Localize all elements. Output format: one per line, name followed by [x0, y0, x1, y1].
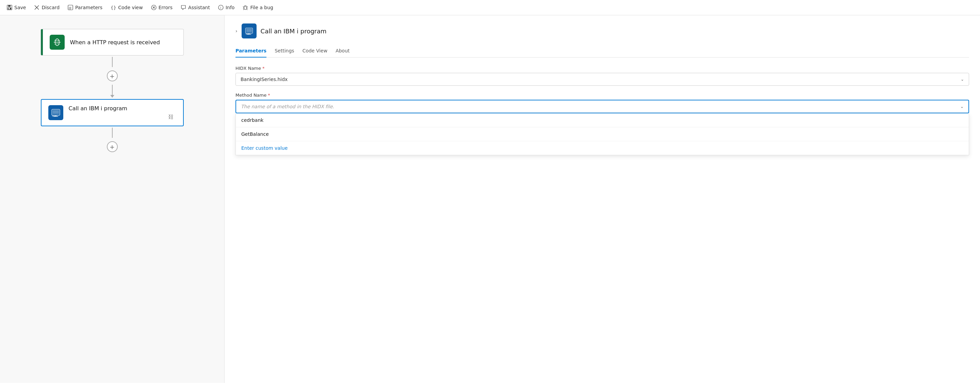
hidx-name-field-group: HIDX Name * BankingISeries.hidx ⌄ [235, 66, 969, 86]
svg-rect-26 [53, 110, 59, 114]
save-label: Save [14, 5, 26, 10]
parameters-icon: @ [68, 5, 73, 10]
hidx-required-star: * [262, 66, 265, 71]
discard-icon [34, 5, 40, 10]
ibmi-icon-box: IBM i [48, 105, 63, 120]
method-option-getbalance[interactable]: GetBalance [236, 127, 969, 141]
tab-parameters[interactable]: Parameters [235, 45, 266, 57]
tab-settings[interactable]: Settings [275, 45, 294, 57]
svg-line-15 [243, 6, 244, 7]
svg-text:IBM i: IBM i [52, 115, 56, 117]
code-view-icon: {} [111, 5, 116, 10]
toolbar: Save Discard @ Parameters {} Code view [0, 0, 980, 15]
parameters-label: Parameters [75, 5, 102, 10]
file-bug-label: File a bug [250, 5, 273, 10]
discard-label: Discard [41, 5, 60, 10]
method-name-field-group: Method Name * The name of a method in th… [235, 92, 969, 155]
http-trigger-node[interactable]: When a HTTP request is received [41, 29, 184, 56]
hidx-name-dropdown[interactable]: BankingISeries.hidx ⌄ [235, 73, 969, 86]
workflow-canvas: When a HTTP request is received + IBM i [0, 15, 224, 383]
connector-1 [112, 57, 113, 67]
connector-line-1 [112, 57, 113, 67]
method-name-dropdown[interactable]: The name of a method in the HIDX file. ⌄ [235, 100, 969, 113]
svg-rect-3 [8, 8, 10, 9]
link-icon: ⛓ [168, 114, 173, 120]
info-button[interactable]: i Info [218, 3, 235, 11]
hidx-chevron-icon: ⌄ [961, 77, 964, 82]
method-name-placeholder: The name of a method in the HIDX file. [241, 104, 334, 109]
action-panel: › IBM i Call an IBM i program Parameters… [224, 15, 980, 383]
connector-line-3 [112, 127, 113, 138]
tab-about[interactable]: About [336, 45, 350, 57]
ibmi-node-content: Call an IBM i program ⛓ [69, 105, 176, 120]
method-option-cedrbank[interactable]: cedrbank [236, 113, 969, 127]
assistant-icon [181, 5, 186, 10]
svg-text:i: i [220, 6, 221, 10]
save-button[interactable]: Save [7, 3, 26, 11]
ibmi-action-title: Call an IBM i program [69, 105, 176, 111]
http-trigger-title: When a HTTP request is received [70, 39, 160, 46]
svg-point-14 [244, 6, 247, 10]
add-step-button-2[interactable]: + [107, 141, 118, 152]
code-view-label: Code view [118, 5, 143, 10]
http-trigger-icon-box [50, 35, 65, 50]
svg-rect-1 [8, 5, 11, 7]
svg-rect-32 [247, 29, 252, 32]
info-icon: i [218, 5, 224, 10]
svg-line-16 [247, 6, 248, 7]
method-name-dropdown-menu: cedrbank GetBalance Enter custom value [235, 113, 969, 155]
info-label: Info [226, 5, 235, 10]
svg-text:IBM i: IBM i [246, 33, 249, 35]
parameters-button[interactable]: @ Parameters [68, 3, 102, 11]
method-required-star: * [268, 92, 270, 98]
errors-button[interactable]: Errors [151, 3, 172, 11]
connector-3 [112, 127, 113, 138]
code-view-button[interactable]: {} Code view [111, 3, 143, 11]
panel-tabs: Parameters Settings Code View About [235, 45, 969, 57]
ibmi-node-footer: ⛓ [69, 111, 176, 120]
assistant-label: Assistant [188, 5, 210, 10]
connector-arrow-1 [110, 95, 115, 98]
panel-header: › IBM i Call an IBM i program [235, 24, 969, 38]
method-name-label: Method Name * [235, 92, 969, 98]
save-icon [7, 5, 12, 10]
errors-icon [151, 5, 156, 10]
svg-text:@: @ [69, 6, 72, 10]
assistant-button[interactable]: Assistant [181, 3, 210, 11]
file-bug-icon [243, 5, 248, 10]
svg-text:{}: {} [111, 5, 116, 10]
hidx-name-value: BankingISeries.hidx [240, 76, 288, 82]
panel-title: Call an IBM i program [261, 27, 327, 35]
hidx-name-label: HIDX Name * [235, 66, 969, 71]
panel-icon-box: IBM i [242, 24, 256, 38]
add-step-button-1[interactable]: + [107, 70, 118, 81]
connector-2 [110, 85, 115, 98]
method-option-custom[interactable]: Enter custom value [236, 141, 969, 155]
panel-expand-icon[interactable]: › [235, 28, 237, 34]
discard-button[interactable]: Discard [34, 3, 60, 11]
tab-code-view[interactable]: Code View [302, 45, 328, 57]
svg-line-20 [247, 9, 247, 10]
ibmi-action-node[interactable]: IBM i Call an IBM i program ⛓ [41, 99, 184, 126]
main-layout: When a HTTP request is received + IBM i [0, 15, 980, 383]
connector-line-2 [112, 85, 113, 95]
errors-label: Errors [159, 5, 172, 10]
file-bug-button[interactable]: File a bug [243, 3, 273, 11]
method-chevron-icon: ⌄ [960, 104, 964, 109]
svg-line-19 [243, 9, 244, 10]
